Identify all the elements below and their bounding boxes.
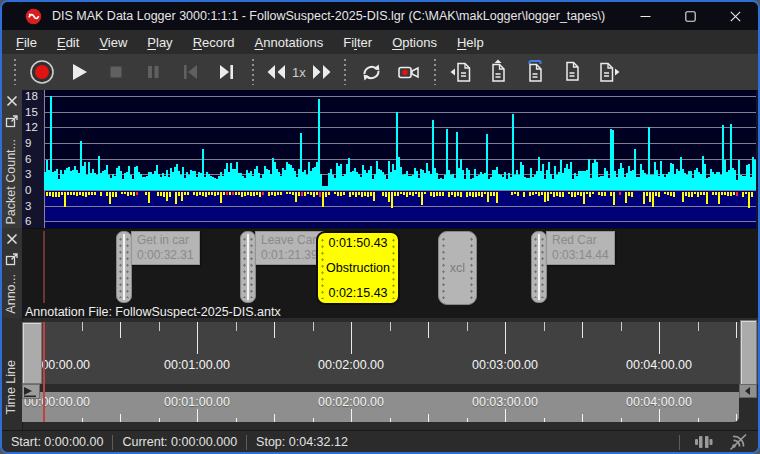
pause-button[interactable] (136, 57, 169, 87)
y-axis-tick-label: 9 (25, 137, 31, 149)
close-button[interactable] (713, 2, 758, 30)
menu-item-file[interactable]: File (6, 33, 47, 52)
ruler-tick (197, 409, 198, 422)
new-tape-button[interactable] (556, 57, 589, 87)
packet-count-y-axis: 181512963036 (22, 90, 44, 228)
menu-bar: FileEditViewPlayRecordAnnotationsFilterO… (2, 30, 758, 55)
annotation-label-get-in-car[interactable]: Get in car0:00:32.31 (131, 231, 200, 265)
annotation-interval-xcl[interactable]: xcl (438, 231, 477, 305)
y-axis-tick-label: 3 (25, 200, 31, 212)
timeline-detail-ruler[interactable]: 00:00:00.0000:01:00.0000:02:00.0000:03:0… (22, 392, 739, 422)
rewind-button[interactable] (263, 57, 289, 87)
y-axis-tick-label: 3 (25, 168, 31, 180)
previous-tape-button[interactable] (445, 57, 478, 87)
timeline-panel-titlebar: Time Line (2, 318, 23, 430)
next-tape-button[interactable] (593, 57, 626, 87)
close-panel-icon[interactable] (5, 94, 19, 108)
maximize-button[interactable] (668, 2, 713, 30)
annotation-panel-titlebar: Anno... (2, 228, 23, 318)
broadcast-disabled-icon[interactable] (728, 432, 749, 452)
menu-item-record[interactable]: Record (183, 33, 245, 52)
annotation-text: Red Car (552, 233, 609, 248)
loop-playback-button[interactable] (355, 57, 388, 87)
ruler-tick (82, 322, 83, 331)
status-stop-time: Stop: 0:04:32.12 (256, 435, 348, 449)
step-forward-button[interactable] (210, 57, 243, 87)
ruler-tick (582, 322, 583, 338)
statusbar-separator (246, 435, 247, 450)
range-end-handle[interactable] (740, 320, 757, 386)
menu-item-edit[interactable]: Edit (47, 33, 89, 52)
title-bar: DIS MAK Data Logger 3000:1:1:1 - FollowS… (2, 2, 758, 30)
minimize-button[interactable] (623, 2, 668, 30)
toolbar: 1x (2, 54, 758, 90)
ruler-tick (120, 414, 121, 422)
annotation-label-leave-car[interactable]: Leave Car0:01:21.39 (255, 231, 324, 265)
ruler-tick (159, 322, 160, 331)
playback-speed-label: 1x (292, 65, 306, 80)
ruler-tick (159, 418, 160, 422)
ruler-label: 00:02:00.00 (318, 358, 384, 372)
menu-item-view[interactable]: View (89, 33, 137, 52)
range-start-handle[interactable] (22, 322, 42, 384)
menu-item-annotations[interactable]: Annotations (245, 33, 334, 52)
menu-item-help[interactable]: Help (447, 33, 494, 52)
y-axis-tick-label: 6 (25, 153, 31, 165)
ruler-tick (505, 322, 506, 354)
timeline-overview-ruler[interactable]: 00:00:00.0000:01:00.0000:02:00.0000:03:0… (22, 322, 758, 384)
interval-start-time: 0:01:50.43 (328, 236, 387, 250)
ruler-label: 00:03:00.00 (472, 395, 538, 409)
annotation-marker-get-in-car[interactable] (116, 231, 132, 303)
annotation-label-red-car[interactable]: Red Car0:03:14.44 (546, 231, 615, 265)
record-button[interactable] (25, 57, 58, 87)
ruler-tick (236, 322, 237, 331)
ruler-tick (351, 409, 352, 422)
ruler-tick (313, 322, 314, 331)
ruler-tick (428, 414, 429, 422)
interval-label: Obstruction (326, 261, 390, 275)
audio-connector-icon[interactable] (693, 432, 714, 452)
step-back-button[interactable] (173, 57, 206, 87)
fast-forward-button[interactable] (309, 57, 335, 87)
ruler-label: 00:01:00.00 (164, 395, 230, 409)
annotation-marker-red-car[interactable] (531, 231, 547, 303)
position-marker-handle[interactable] (22, 384, 40, 399)
eject-tape-button[interactable] (482, 57, 515, 87)
close-panel-icon[interactable] (5, 232, 19, 246)
status-bar: Start: 0:00:00.00 Current: 0:00:00.000 S… (2, 430, 758, 453)
status-current-time: Current: 0:00:00.000 (122, 435, 237, 449)
menu-item-options[interactable]: Options (382, 33, 447, 52)
ruler-label: 00:04:00.00 (626, 358, 692, 372)
ruler-tick (467, 322, 468, 331)
marker-grip (540, 236, 545, 298)
ruler-tick (274, 414, 275, 422)
y-axis-tick-label: 12 (25, 121, 38, 133)
ruler-tick (698, 322, 699, 331)
ruler-tick (197, 322, 198, 354)
y-axis-tick-label: 15 (25, 106, 38, 118)
statusbar-separator (112, 435, 113, 450)
popout-panel-icon[interactable] (5, 252, 19, 266)
toolbar-separator (434, 59, 436, 85)
ruler-tick (351, 322, 352, 354)
timeline-playhead[interactable] (43, 322, 45, 422)
toolbar-drag-handle[interactable] (14, 59, 16, 85)
annotation-marker-leave-car[interactable] (240, 231, 256, 303)
ruler-label: 00:02:00.00 (318, 395, 384, 409)
ruler-tick (274, 322, 275, 338)
current-tape-button[interactable] (519, 57, 552, 87)
scroll-left-button[interactable] (739, 384, 757, 398)
ruler-tick (390, 322, 391, 331)
record-video-button[interactable] (392, 57, 425, 87)
ruler-tick (621, 418, 622, 422)
menu-item-play[interactable]: Play (137, 33, 182, 52)
menu-item-filter[interactable]: Filter (333, 33, 382, 52)
play-button[interactable] (62, 57, 95, 87)
packet-count-chart[interactable] (44, 90, 756, 228)
popout-panel-icon[interactable] (5, 114, 19, 128)
stop-button[interactable] (99, 57, 132, 87)
annotation-playhead (43, 231, 45, 303)
annotation-track[interactable]: Annotation File: FollowSuspect-2025-DIS.… (22, 228, 758, 319)
annotation-interval-obstruction[interactable]: 0:01:50.43Obstruction0:02:15.43 (316, 231, 400, 305)
ruler-tick (82, 418, 83, 422)
